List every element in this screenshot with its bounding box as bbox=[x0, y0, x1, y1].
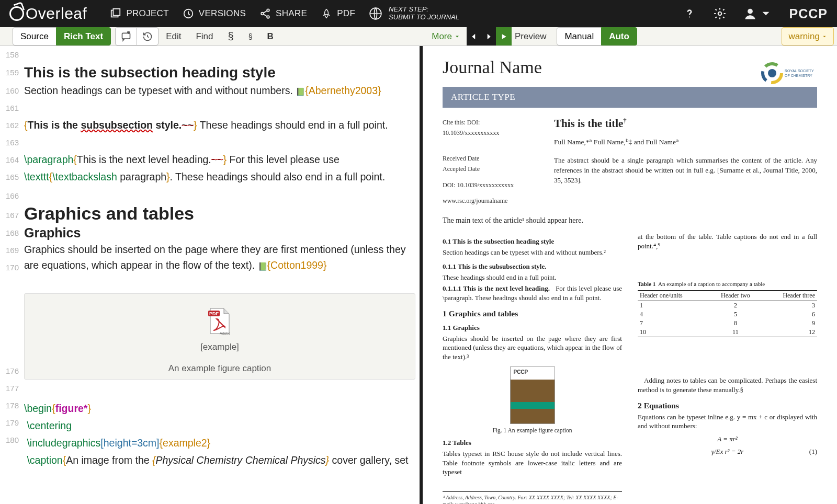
auto-compile-tab[interactable]: Auto bbox=[601, 27, 637, 45]
editor-line: \paragraph{This is the next level headin… bbox=[24, 151, 420, 168]
subsection-heading: This is the subsection heading style bbox=[24, 63, 420, 82]
project-button[interactable]: PROJECT bbox=[110, 8, 168, 19]
preview-table: Header one/unitsHeader twoHeader three 1… bbox=[638, 290, 817, 337]
brand-text: Overleaf bbox=[26, 5, 87, 22]
editor-line: Graphics should be inserted on the page … bbox=[24, 242, 420, 273]
figure-caption: An example figure caption bbox=[25, 361, 415, 376]
svg-text:Adobe: Adobe bbox=[220, 331, 230, 335]
panes: 158 159 160 161 162 163 164 165 166 167 … bbox=[0, 46, 837, 504]
versions-icon bbox=[183, 8, 194, 19]
cite-icon[interactable] bbox=[296, 83, 305, 90]
collapse-left-button[interactable] bbox=[467, 27, 481, 45]
project-icon bbox=[110, 8, 121, 19]
pdf-button[interactable]: PDF bbox=[321, 8, 355, 19]
journal-brand: PCCP bbox=[789, 6, 828, 21]
collapse-right-button[interactable] bbox=[481, 27, 496, 45]
account-menu[interactable] bbox=[743, 7, 773, 20]
svg-text:+: + bbox=[128, 31, 130, 35]
editor-line: \includegraphics[height=3cm]{example2} bbox=[24, 434, 420, 452]
subsection-heading: Graphics bbox=[24, 224, 420, 242]
richtext-tab[interactable]: Rich Text bbox=[56, 27, 111, 45]
preview-col-right: at the bottom of the table. Table captio… bbox=[638, 232, 817, 504]
source-tab[interactable]: Source bbox=[13, 27, 56, 45]
table-caption: Table 1 An example of a caption to accom… bbox=[638, 281, 817, 287]
rsc-logo: ROYAL SOCIETYOF CHEMISTRY bbox=[760, 58, 817, 89]
preview-figure: Fig. 1 An example figure caption bbox=[443, 366, 622, 433]
help-icon[interactable] bbox=[683, 7, 696, 20]
svg-point-9 bbox=[748, 9, 753, 14]
history-button[interactable] bbox=[137, 27, 159, 45]
editor-line: \begin{figure*} bbox=[24, 400, 420, 417]
pdf-preview-pane[interactable]: ROYAL SOCIETYOF CHEMISTRY Journal Name A… bbox=[423, 46, 837, 504]
add-comment-button[interactable]: + bbox=[115, 27, 137, 45]
section-heading: Graphics and tables bbox=[24, 203, 420, 224]
editor-pane: 158 159 160 161 162 163 164 165 166 167 … bbox=[0, 46, 423, 504]
editor-line: \caption{An image from the {Physical Che… bbox=[24, 452, 420, 469]
editor-toolbar: Source Rich Text + Edit Find § § B More bbox=[0, 27, 837, 46]
pdf-file-icon: PDFAdobe bbox=[205, 306, 234, 336]
pdf-icon bbox=[321, 8, 332, 19]
history-icon bbox=[142, 31, 153, 42]
article-title: This is the title† bbox=[554, 117, 817, 130]
warning-button[interactable]: warning bbox=[782, 27, 834, 45]
comment-plus-icon: + bbox=[121, 31, 131, 42]
main-text: The main text of the article¹ should app… bbox=[443, 216, 817, 225]
figure-preview-box[interactable]: PDFAdobe [example] An example figure cap… bbox=[24, 293, 415, 380]
manual-compile-tab[interactable]: Manual bbox=[557, 27, 602, 45]
preview-footer: ᵃ Address, Address, Town, Country. Fax: … bbox=[443, 491, 622, 504]
chevron-down-icon bbox=[822, 34, 827, 39]
line-gutter: 158 159 160 161 162 163 164 165 166 167 … bbox=[0, 46, 22, 504]
top-nav-group: PROJECT VERSIONS SHARE PDF bbox=[110, 8, 355, 19]
chevron-down-icon bbox=[454, 33, 460, 40]
article-meta: Cite this: DOI: 10.1039/xxxxxxxxxxx Rece… bbox=[443, 117, 529, 206]
next-step-button[interactable]: NEXT STEP: SUBMIT TO JOURNAL bbox=[369, 6, 459, 21]
article-authors: Full Name,*ᵃ Full Name,ᵇ‡ and Full Nameᵃ bbox=[554, 138, 817, 146]
topbar-right: PCCP bbox=[683, 6, 828, 21]
editor-line: \centering bbox=[24, 417, 420, 434]
equation: γ/Ex r² = 2r(1) bbox=[638, 448, 817, 456]
svg-text:ROYAL SOCIETY: ROYAL SOCIETY bbox=[785, 69, 814, 73]
svg-point-7 bbox=[688, 16, 689, 17]
pdf-page: ROYAL SOCIETYOF CHEMISTRY Journal Name A… bbox=[443, 58, 817, 504]
share-icon bbox=[259, 8, 271, 19]
globe-icon bbox=[369, 7, 382, 20]
overleaf-logo[interactable]: Overleaf bbox=[9, 5, 87, 22]
share-button[interactable]: SHARE bbox=[259, 8, 307, 19]
editor-line: \texttt{\textbackslash paragraph}. These… bbox=[24, 168, 420, 186]
section-button[interactable]: § bbox=[221, 27, 241, 45]
gear-icon[interactable] bbox=[713, 7, 727, 20]
bold-button[interactable]: B bbox=[259, 27, 280, 45]
next-step-action: SUBMIT TO JOURNAL bbox=[389, 14, 459, 21]
recompile-button[interactable] bbox=[496, 27, 512, 45]
top-bar: Overleaf PROJECT VERSIONS SHARE PDF bbox=[0, 0, 837, 27]
article-type-band: ARTICLE TYPE bbox=[443, 87, 817, 108]
avatar-icon bbox=[743, 7, 757, 20]
svg-point-8 bbox=[718, 12, 721, 16]
preview-columns: 0.1 This is the subsection heading style… bbox=[443, 232, 817, 504]
editor-line: {This is the subsubsection style.~~} The… bbox=[24, 117, 420, 134]
leaf-o-icon bbox=[9, 6, 24, 21]
subsection-button[interactable]: § bbox=[241, 27, 260, 45]
editor-line: Section headings can be typeset with and… bbox=[24, 82, 420, 99]
chevron-left-icon bbox=[469, 32, 479, 41]
editor-content[interactable]: This is the subsection heading style Sec… bbox=[22, 46, 420, 504]
find-menu[interactable]: Find bbox=[188, 27, 220, 45]
edit-menu[interactable]: Edit bbox=[159, 27, 188, 45]
equation: A = πr² bbox=[638, 435, 817, 443]
cite-icon[interactable] bbox=[258, 258, 267, 265]
preview-figure-image bbox=[510, 366, 555, 424]
svg-point-18 bbox=[768, 69, 776, 77]
versions-button[interactable]: VERSIONS bbox=[183, 8, 246, 19]
next-step-label: NEXT STEP: bbox=[389, 6, 459, 14]
more-menu[interactable]: More bbox=[425, 27, 467, 45]
svg-rect-1 bbox=[114, 9, 120, 16]
preview-col-left: 0.1 This is the subsection heading style… bbox=[443, 232, 622, 504]
play-icon bbox=[500, 32, 508, 41]
figure-name: [example] bbox=[25, 340, 415, 355]
preview-label: Preview bbox=[512, 27, 553, 45]
chevron-down-icon bbox=[759, 7, 773, 20]
svg-text:OF CHEMISTRY: OF CHEMISTRY bbox=[785, 74, 812, 77]
article-abstract: The abstract should be a single paragrap… bbox=[554, 156, 817, 186]
svg-text:PDF: PDF bbox=[209, 311, 219, 316]
chevron-right-icon bbox=[484, 32, 493, 41]
